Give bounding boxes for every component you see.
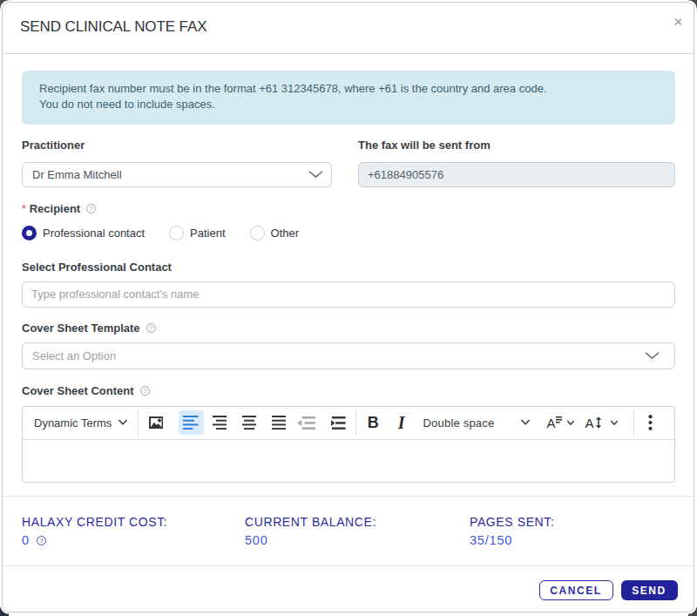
svg-text:?: ? [90,205,93,213]
svg-text:?: ? [143,387,146,395]
svg-text:?: ? [149,324,152,332]
svg-text:?: ? [39,537,43,545]
